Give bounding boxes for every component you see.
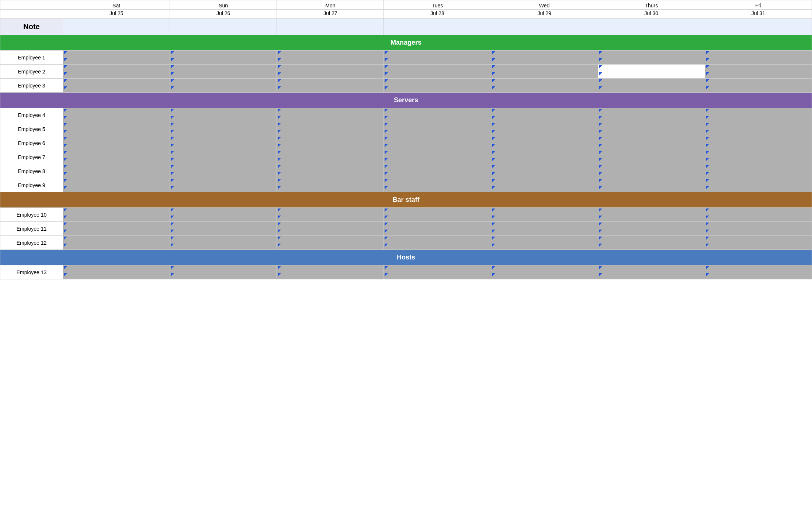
shift-bot-servers-5-2[interactable] <box>277 185 384 192</box>
shift-bot-barstaff-1-6[interactable] <box>705 229 812 236</box>
shift-bot-managers-2-4[interactable] <box>491 86 598 93</box>
shift-bot-managers-1-1[interactable] <box>170 72 277 79</box>
shift-top-servers-3-5[interactable] <box>598 150 705 157</box>
shift-top-barstaff-2-5[interactable] <box>598 236 705 243</box>
shift-top-servers-5-3[interactable] <box>384 178 491 185</box>
shift-top-barstaff-1-6[interactable] <box>705 222 812 229</box>
shift-top-managers-2-2[interactable] <box>277 79 384 86</box>
shift-bot-servers-4-5[interactable] <box>598 171 705 178</box>
shift-bot-servers-4-4[interactable] <box>491 171 598 178</box>
shift-bot-servers-3-2[interactable] <box>277 157 384 164</box>
shift-top-servers-1-3[interactable] <box>384 122 491 129</box>
shift-bot-servers-0-2[interactable] <box>277 115 384 122</box>
shift-top-barstaff-2-3[interactable] <box>384 236 491 243</box>
note-fri[interactable] <box>705 19 812 35</box>
shift-top-barstaff-0-2[interactable] <box>277 208 384 215</box>
shift-top-servers-4-5[interactable] <box>598 164 705 171</box>
shift-bot-managers-0-6[interactable] <box>705 58 812 65</box>
shift-top-barstaff-0-0[interactable] <box>63 208 170 215</box>
shift-top-servers-5-2[interactable] <box>277 178 384 185</box>
shift-bot-servers-1-2[interactable] <box>277 129 384 136</box>
shift-bot-servers-4-1[interactable] <box>170 171 277 178</box>
shift-top-barstaff-1-1[interactable] <box>170 222 277 229</box>
shift-top-managers-0-3[interactable] <box>384 51 491 58</box>
shift-top-managers-1-2[interactable] <box>277 65 384 72</box>
shift-top-managers-2-5[interactable] <box>598 79 705 86</box>
shift-top-hosts-0-2[interactable] <box>277 265 384 272</box>
shift-bot-servers-0-6[interactable] <box>705 115 812 122</box>
shift-bot-servers-5-4[interactable] <box>491 185 598 192</box>
shift-bot-servers-2-0[interactable] <box>63 143 170 150</box>
shift-top-servers-4-0[interactable] <box>63 164 170 171</box>
shift-top-servers-4-1[interactable] <box>170 164 277 171</box>
shift-top-managers-2-4[interactable] <box>491 79 598 86</box>
shift-bot-barstaff-2-4[interactable] <box>491 243 598 250</box>
shift-top-managers-0-1[interactable] <box>170 51 277 58</box>
shift-bot-servers-2-5[interactable] <box>598 143 705 150</box>
shift-bot-barstaff-2-1[interactable] <box>170 243 277 250</box>
shift-bot-managers-2-6[interactable] <box>705 86 812 93</box>
shift-top-servers-5-1[interactable] <box>170 178 277 185</box>
shift-bot-servers-5-5[interactable] <box>598 185 705 192</box>
shift-top-barstaff-0-1[interactable] <box>170 208 277 215</box>
shift-top-servers-4-4[interactable] <box>491 164 598 171</box>
shift-bot-hosts-0-4[interactable] <box>491 272 598 279</box>
shift-bot-managers-2-3[interactable] <box>384 86 491 93</box>
shift-bot-managers-1-6[interactable] <box>705 72 812 79</box>
shift-top-servers-2-1[interactable] <box>170 136 277 143</box>
shift-bot-servers-3-4[interactable] <box>491 157 598 164</box>
shift-top-managers-0-6[interactable] <box>705 51 812 58</box>
shift-top-servers-3-6[interactable] <box>705 150 812 157</box>
shift-bot-servers-1-1[interactable] <box>170 129 277 136</box>
shift-bot-servers-2-1[interactable] <box>170 143 277 150</box>
shift-bot-servers-0-3[interactable] <box>384 115 491 122</box>
shift-bot-servers-4-0[interactable] <box>63 171 170 178</box>
note-sun[interactable] <box>170 19 277 35</box>
shift-bot-barstaff-0-6[interactable] <box>705 215 812 222</box>
shift-bot-managers-2-5[interactable] <box>598 86 705 93</box>
shift-top-barstaff-1-0[interactable] <box>63 222 170 229</box>
shift-bot-servers-5-3[interactable] <box>384 185 491 192</box>
shift-top-barstaff-0-3[interactable] <box>384 208 491 215</box>
shift-top-managers-1-1[interactable] <box>170 65 277 72</box>
shift-top-servers-0-1[interactable] <box>170 108 277 115</box>
shift-top-servers-2-4[interactable] <box>491 136 598 143</box>
shift-bot-hosts-0-3[interactable] <box>384 272 491 279</box>
shift-bot-hosts-0-5[interactable] <box>598 272 705 279</box>
shift-bot-managers-1-2[interactable] <box>277 72 384 79</box>
shift-bot-servers-4-2[interactable] <box>277 171 384 178</box>
shift-top-servers-3-1[interactable] <box>170 150 277 157</box>
shift-top-servers-1-5[interactable] <box>598 122 705 129</box>
shift-bot-servers-3-6[interactable] <box>705 157 812 164</box>
shift-bot-servers-1-5[interactable] <box>598 129 705 136</box>
shift-top-managers-2-6[interactable] <box>705 79 812 86</box>
note-tues[interactable] <box>384 19 491 35</box>
shift-bot-managers-2-2[interactable] <box>277 86 384 93</box>
shift-bot-barstaff-2-3[interactable] <box>384 243 491 250</box>
shift-top-managers-1-4[interactable] <box>491 65 598 72</box>
shift-bot-barstaff-1-0[interactable] <box>63 229 170 236</box>
shift-bot-servers-2-3[interactable] <box>384 143 491 150</box>
shift-top-barstaff-2-2[interactable] <box>277 236 384 243</box>
shift-top-managers-2-0[interactable] <box>63 79 170 86</box>
shift-top-hosts-0-3[interactable] <box>384 265 491 272</box>
shift-bot-hosts-0-1[interactable] <box>170 272 277 279</box>
shift-top-barstaff-0-6[interactable] <box>705 208 812 215</box>
shift-bot-barstaff-1-2[interactable] <box>277 229 384 236</box>
shift-bot-managers-2-0[interactable] <box>63 86 170 93</box>
shift-bot-managers-0-4[interactable] <box>491 58 598 65</box>
shift-top-servers-2-6[interactable] <box>705 136 812 143</box>
shift-bot-barstaff-1-3[interactable] <box>384 229 491 236</box>
shift-top-barstaff-1-2[interactable] <box>277 222 384 229</box>
shift-bot-managers-0-5[interactable] <box>598 58 705 65</box>
shift-top-servers-5-6[interactable] <box>705 178 812 185</box>
shift-bot-servers-1-3[interactable] <box>384 129 491 136</box>
shift-bot-managers-1-3[interactable] <box>384 72 491 79</box>
shift-top-servers-1-6[interactable] <box>705 122 812 129</box>
shift-top-servers-2-0[interactable] <box>63 136 170 143</box>
shift-top-barstaff-1-4[interactable] <box>491 222 598 229</box>
shift-bot-barstaff-0-2[interactable] <box>277 215 384 222</box>
shift-top-servers-3-2[interactable] <box>277 150 384 157</box>
shift-bot-servers-1-0[interactable] <box>63 129 170 136</box>
shift-top-servers-0-3[interactable] <box>384 108 491 115</box>
